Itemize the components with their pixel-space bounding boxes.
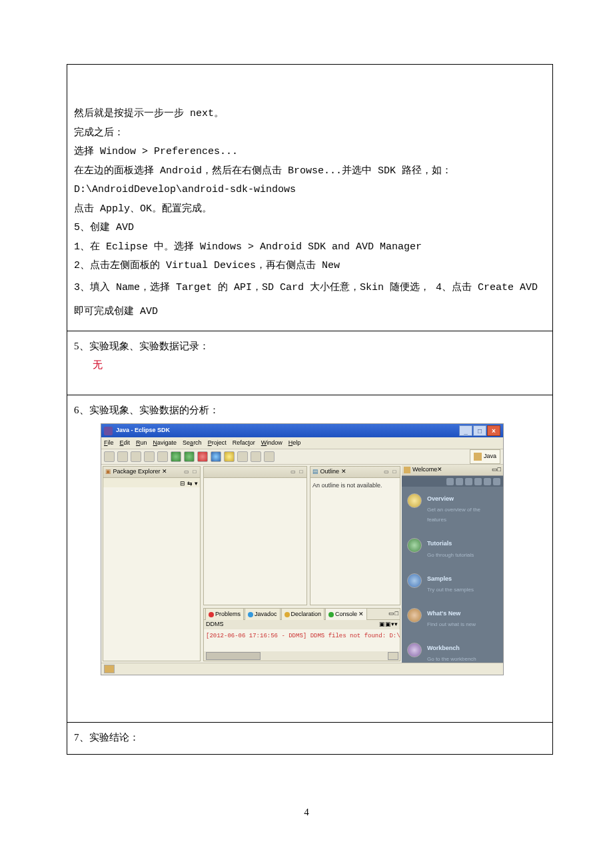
samples-icon bbox=[407, 573, 422, 588]
console-name: DDMS bbox=[206, 619, 224, 630]
home-icon[interactable] bbox=[446, 478, 454, 485]
editor-body[interactable] bbox=[204, 478, 306, 605]
para: D:\AndroidDevelop\android-sdk-windows bbox=[74, 181, 546, 200]
tool-icon[interactable] bbox=[131, 451, 141, 462]
menu-search[interactable]: Search bbox=[183, 437, 202, 449]
nav-icon[interactable] bbox=[456, 478, 463, 485]
menu-refactor[interactable]: Refactor bbox=[233, 437, 255, 449]
welcome-overview[interactable]: OverviewGet an overview of the features bbox=[402, 487, 503, 531]
minimize-icon[interactable]: ▭ bbox=[388, 608, 394, 619]
tab-problems[interactable]: Problems bbox=[205, 608, 244, 620]
minimize-button[interactable]: _ bbox=[459, 425, 472, 436]
scroll-thumb[interactable] bbox=[206, 652, 261, 660]
status-icon[interactable] bbox=[104, 665, 115, 673]
tool-icon[interactable] bbox=[251, 451, 261, 462]
tool-icon[interactable] bbox=[211, 451, 221, 462]
para: 完成之后： bbox=[74, 124, 546, 143]
maximize-icon[interactable]: □ bbox=[191, 469, 198, 475]
section-6-title: 6、实验现象、实验数据的分析： bbox=[74, 401, 546, 420]
package-explorer-header: ▣ Package Explorer ✕ ▭ □ bbox=[103, 467, 200, 478]
para: 选择 Window > Preferences... bbox=[74, 143, 546, 162]
para: 5、创建 AVD bbox=[74, 219, 546, 238]
menu-run[interactable]: Run bbox=[136, 437, 147, 449]
menu-icon[interactable]: ▾ bbox=[195, 478, 198, 487]
console-tool-icon[interactable]: ▾ bbox=[394, 619, 398, 630]
tool-icon[interactable] bbox=[237, 451, 248, 462]
statusbar bbox=[101, 663, 503, 675]
minimize-icon[interactable]: ▭ bbox=[383, 469, 390, 475]
toolbar: Java bbox=[101, 449, 503, 465]
scrollbar[interactable] bbox=[204, 651, 400, 661]
perspective-java[interactable]: Java bbox=[470, 449, 500, 463]
menu-navigate[interactable]: Navigate bbox=[153, 437, 177, 449]
instruction-cell: 然后就是按提示一步一步 next。 完成之后： 选择 Window > Pref… bbox=[67, 64, 552, 331]
tab-declaration[interactable]: Declaration bbox=[281, 608, 325, 620]
bug-icon[interactable] bbox=[171, 451, 181, 462]
menu-help[interactable]: Help bbox=[289, 437, 301, 449]
minimize-icon[interactable]: ▭ bbox=[492, 464, 498, 475]
whatsnew-icon bbox=[407, 608, 422, 623]
para: 1、在 Eclipse 中。选择 Windows > Android SDK a… bbox=[74, 238, 546, 257]
maximize-icon[interactable]: □ bbox=[395, 608, 398, 619]
menu-edit[interactable]: Edit bbox=[120, 437, 131, 449]
page-number: 4 bbox=[0, 803, 613, 822]
section-7-title: 7、实验结论： bbox=[74, 728, 546, 747]
collapse-icon[interactable]: ⊟ bbox=[180, 478, 185, 487]
java-icon bbox=[474, 453, 482, 461]
console-tool-icon[interactable]: ▣ bbox=[385, 619, 391, 630]
tool-icon[interactable] bbox=[264, 451, 275, 462]
maximize-icon[interactable]: □ bbox=[391, 469, 398, 475]
eclipse-screenshot: Java - Eclipse SDK _ □ × File Edit Run N… bbox=[101, 423, 504, 675]
tool-icon[interactable] bbox=[224, 451, 235, 462]
minimize-icon[interactable]: ▭ bbox=[290, 469, 297, 475]
para: 然后就是按提示一步一步 next。 bbox=[74, 105, 546, 124]
console-tool-icon[interactable]: ▣ bbox=[379, 619, 385, 630]
package-explorer-body[interactable] bbox=[103, 487, 200, 661]
tab-console[interactable]: Console ✕ bbox=[325, 608, 367, 620]
welcome-icon bbox=[404, 467, 410, 473]
link-icon[interactable]: ⇆ bbox=[187, 478, 193, 487]
overview-icon bbox=[407, 493, 422, 508]
section-5: 5、实验现象、实验数据记录： 无 bbox=[67, 331, 552, 395]
maximize-icon[interactable]: □ bbox=[498, 464, 501, 475]
menu-window[interactable]: Window bbox=[261, 437, 283, 449]
nav-icon[interactable] bbox=[493, 478, 500, 485]
para: 2、点击左侧面板的 Virtual Devices，再右侧点击 New bbox=[74, 257, 546, 276]
scroll-arrow-icon[interactable] bbox=[388, 652, 398, 660]
titlebar: Java - Eclipse SDK _ □ × bbox=[101, 424, 503, 437]
para: 在左边的面板选择 Android，然后在右侧点击 Browse...并选中 SD… bbox=[74, 162, 546, 181]
section-5-body: 无 bbox=[74, 355, 546, 375]
section-6: 6、实验现象、实验数据的分析： Java - Eclipse SDK _ □ ×… bbox=[67, 395, 552, 723]
window-title: Java - Eclipse SDK bbox=[116, 425, 170, 436]
bottom-tabs: Problems Javadoc Declaration Console ✕ ▭… bbox=[204, 609, 400, 620]
console-body[interactable]: [2012-06-06 17:16:56 - DDMS] DDMS files … bbox=[204, 629, 400, 651]
eclipse-icon bbox=[104, 427, 113, 435]
font-icon[interactable] bbox=[484, 478, 491, 485]
welcome-tutorials[interactable]: TutorialsGo through tutorials bbox=[402, 531, 503, 566]
outline-body: An outline is not available. bbox=[310, 478, 400, 605]
tool-icon[interactable] bbox=[197, 451, 208, 462]
nav-icon[interactable] bbox=[465, 478, 472, 485]
font-icon[interactable] bbox=[474, 478, 482, 485]
workbench-icon bbox=[407, 643, 422, 657]
menu-project[interactable]: Project bbox=[208, 437, 227, 449]
welcome-whatsnew[interactable]: What's NewFind out what is new bbox=[402, 601, 503, 636]
para: 3、填入 Name，选择 Target 的 API，SD Card 大小任意，S… bbox=[74, 276, 546, 324]
console-message: [2012-06-06 17:16:56 - DDMS] DDMS files … bbox=[206, 631, 398, 642]
tool-icon[interactable] bbox=[157, 451, 168, 462]
maximize-icon[interactable]: □ bbox=[298, 469, 305, 475]
section-5-title: 5、实验现象、实验数据记录： bbox=[74, 337, 546, 356]
welcome-samples[interactable]: SamplesTry out the samples bbox=[402, 567, 503, 601]
tool-icon[interactable] bbox=[144, 451, 155, 462]
welcome-panel: Welcome ✕ ▭ □ OverviewGet an overview of… bbox=[402, 465, 503, 663]
close-button[interactable]: × bbox=[487, 425, 500, 436]
tab-javadoc[interactable]: Javadoc bbox=[245, 608, 281, 620]
tool-icon[interactable] bbox=[117, 451, 128, 462]
para: 点击 Apply、OK。配置完成。 bbox=[74, 200, 546, 219]
section-7: 7、实验结论： bbox=[67, 722, 552, 754]
run-icon[interactable] bbox=[184, 451, 195, 462]
menu-file[interactable]: File bbox=[104, 437, 114, 449]
tool-icon[interactable] bbox=[104, 451, 115, 462]
minimize-icon[interactable]: ▭ bbox=[183, 469, 190, 475]
maximize-button[interactable]: □ bbox=[473, 425, 486, 436]
